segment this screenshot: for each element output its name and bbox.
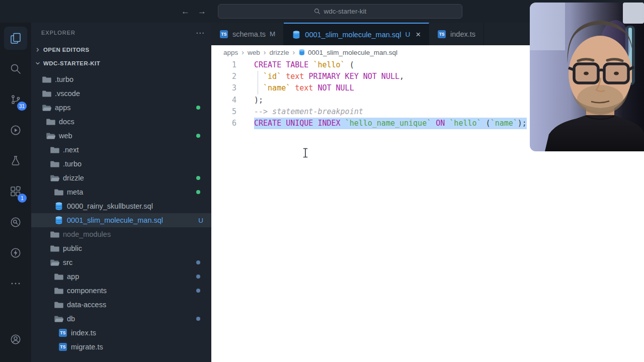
- activity-run-debug-button[interactable]: [4, 119, 27, 142]
- tab-label: index.ts: [450, 30, 475, 38]
- project-root-section[interactable]: WDC-STARTER-KIT: [31, 56, 211, 70]
- line-number: 5: [211, 106, 236, 118]
- tree-item-src[interactable]: src: [31, 255, 211, 269]
- tree-item-0001_slim_molecule_man.sql[interactable]: 0001_slim_molecule_man.sqlU: [31, 213, 211, 227]
- activity-extensions-button[interactable]: 1: [4, 180, 27, 203]
- indent-guide: [258, 71, 258, 94]
- close-icon[interactable]: ×: [416, 30, 421, 39]
- tab-label: 0001_slim_molecule_man.sql: [305, 31, 401, 39]
- activity-search-button[interactable]: [4, 57, 27, 80]
- line-content: CREATE UNIQUE INDEX `hello_name_unique` …: [254, 118, 527, 129]
- git-dot-badge: [196, 176, 200, 180]
- tree-item-web[interactable]: web: [31, 129, 211, 143]
- source-control-badge: 31: [17, 102, 27, 111]
- activity-thunder-client-button[interactable]: [4, 241, 27, 264]
- tree-item-label: db: [67, 315, 75, 323]
- more-icon: [10, 278, 22, 290]
- folder-open-icon: [42, 103, 51, 112]
- explorer-more-actions-icon[interactable]: ⋯: [196, 28, 204, 38]
- typescript-icon: TS: [58, 342, 67, 351]
- open-editors-section[interactable]: OPEN EDITORS: [31, 43, 211, 56]
- activity-circle-search-button[interactable]: [4, 211, 27, 234]
- tree-item-label: migrate.ts: [71, 343, 103, 351]
- git-dot-badge: [196, 275, 200, 279]
- breadcrumb-separator: ›: [242, 48, 244, 56]
- tree-item-node_modules[interactable]: node_modules: [31, 227, 211, 241]
- folder-open-icon: [50, 173, 59, 183]
- tree-item-0000_rainy_skullbuster.sql[interactable]: 0000_rainy_skullbuster.sql: [31, 199, 211, 213]
- breadcrumb-item-apps[interactable]: apps: [223, 49, 238, 56]
- folder-icon: [42, 89, 51, 98]
- breadcrumb-item-drizzle[interactable]: drizzle: [269, 49, 289, 56]
- tree-item-app[interactable]: app: [31, 269, 211, 284]
- line-content: CREATE TABLE `hello` (: [254, 59, 354, 71]
- typescript-icon: TS: [59, 343, 67, 351]
- file-tree: .turbo.vscodeappsdocsweb.next.turbodrizz…: [31, 70, 211, 354]
- tree-item-migrate.ts[interactable]: TSmigrate.ts: [31, 340, 211, 354]
- breadcrumb-item-file[interactable]: 0001_slim_molecule_man.sql: [298, 49, 397, 56]
- tree-item-label: node_modules: [63, 230, 111, 238]
- tree-item-.turbo[interactable]: .turbo: [31, 157, 211, 171]
- tab-index.ts[interactable]: TSindex.ts: [429, 23, 484, 45]
- tree-item-drizzle[interactable]: drizzle: [31, 171, 211, 185]
- git-dot-badge: [196, 289, 200, 293]
- chevron-down-icon: [35, 60, 41, 66]
- folder-icon: [50, 230, 59, 239]
- tree-item-.turbo[interactable]: .turbo: [31, 72, 211, 86]
- search-icon: [10, 63, 22, 75]
- git-dot-badge: [196, 106, 200, 110]
- tree-item-data-access[interactable]: data-access: [31, 298, 211, 312]
- git-status-badge: U: [198, 217, 203, 224]
- typescript-icon: TS: [437, 30, 446, 39]
- thunder-client-icon: [10, 247, 22, 259]
- line-number: 3: [211, 82, 236, 94]
- tree-item-public[interactable]: public: [31, 241, 211, 255]
- tree-item-docs[interactable]: docs: [31, 115, 211, 129]
- tree-item-label: .turbo: [63, 160, 82, 168]
- search-icon: [314, 8, 320, 15]
- beaker-icon: [10, 155, 22, 167]
- tree-item-meta[interactable]: meta: [31, 185, 211, 199]
- activity-source-control-button[interactable]: 31: [4, 88, 27, 111]
- folder-open-icon: [50, 258, 59, 267]
- command-center-search[interactable]: wdc-starter-kit: [218, 4, 462, 19]
- tree-item-components[interactable]: components: [31, 284, 211, 298]
- line-number: 6: [211, 118, 236, 129]
- database-icon: [54, 216, 63, 225]
- activity-more-button[interactable]: [4, 272, 27, 295]
- git-dot-badge: [196, 260, 200, 264]
- tab-schema.ts[interactable]: TSschema.tsM: [211, 23, 284, 45]
- typescript-icon: TS: [219, 30, 228, 39]
- typescript-icon: TS: [220, 30, 228, 38]
- breadcrumb-item-web[interactable]: web: [248, 49, 260, 56]
- activity-bar: 31 1: [0, 23, 31, 362]
- line-number: 2: [211, 71, 236, 82]
- folder-icon: [54, 272, 63, 281]
- activity-explorer-button[interactable]: [4, 27, 27, 50]
- tree-item-.vscode[interactable]: .vscode: [31, 86, 211, 101]
- folder-icon: [46, 117, 55, 126]
- folder-open-icon: [46, 131, 55, 140]
- activity-account-button[interactable]: [4, 328, 27, 351]
- explorer-sidebar: EXPLORER ⋯ OPEN EDITORS WDC-STARTER-KIT …: [31, 23, 211, 362]
- chevron-right-icon: [35, 47, 41, 53]
- line-content: `id` text PRIMARY KEY NOT NULL,: [254, 71, 404, 82]
- tree-item-.next[interactable]: .next: [31, 143, 211, 157]
- tree-item-apps[interactable]: apps: [31, 101, 211, 115]
- typescript-icon: TS: [58, 328, 67, 337]
- tree-item-label: data-access: [67, 301, 106, 309]
- tree-item-label: 0000_rainy_skullbuster.sql: [67, 202, 153, 210]
- activity-testing-button[interactable]: [4, 149, 27, 172]
- git-dot-badge: [196, 190, 200, 194]
- history-nav: ← →: [181, 7, 206, 16]
- sidebar-title: EXPLORER: [41, 30, 75, 36]
- folder-open-icon: [54, 314, 63, 323]
- tree-item-db[interactable]: db: [31, 312, 211, 326]
- line-content: --> statement-breakpoint: [254, 106, 363, 118]
- forward-arrow-icon[interactable]: →: [198, 7, 206, 16]
- tab-0001_slim_molecule_man.sql[interactable]: 0001_slim_molecule_man.sqlU×: [284, 23, 429, 45]
- folder-icon: [42, 75, 51, 84]
- folder-icon: [54, 300, 63, 309]
- tree-item-index.ts[interactable]: TSindex.ts: [31, 326, 211, 340]
- back-arrow-icon[interactable]: ←: [181, 7, 190, 16]
